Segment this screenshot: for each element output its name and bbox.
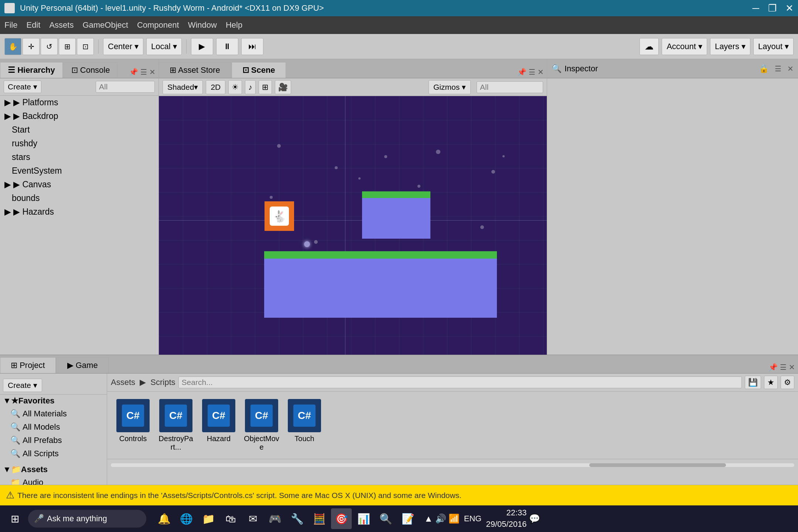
menu-component[interactable]: Component	[137, 20, 179, 30]
file-item-objectmove[interactable]: C# ObjectMove	[243, 399, 280, 451]
taskbar-cortana-button[interactable]: 🔔	[154, 508, 174, 529]
breadcrumb-scripts[interactable]: Scripts	[150, 378, 175, 387]
local-button[interactable]: Local ▾	[146, 38, 182, 55]
scene-pin-icon[interactable]: 📌	[517, 68, 526, 76]
hierarchy-close-icon[interactable]: ✕	[149, 68, 156, 76]
scene-canvas[interactable]: 🐇	[159, 96, 547, 355]
language-badge[interactable]: ENG	[464, 514, 482, 524]
taskbar-explorer-button[interactable]: 📁	[198, 508, 219, 529]
pause-button[interactable]: ⏸	[216, 38, 238, 55]
inspector-lock-button[interactable]: 🔒	[759, 64, 769, 74]
inspector-menu-icon[interactable]: ☰	[775, 64, 781, 73]
move-tool-button[interactable]: ✛	[23, 38, 40, 55]
taskbar-steam-button[interactable]: 🎮	[265, 508, 285, 529]
tree-item-all-scripts[interactable]: 🔍 All Scripts	[0, 447, 107, 460]
cloud-button[interactable]: ☁	[640, 38, 659, 55]
tray-volume-icon[interactable]: 🔊	[435, 514, 446, 524]
rotate-tool-button[interactable]: ↺	[41, 38, 58, 55]
taskbar-word-button[interactable]: 📝	[398, 508, 418, 529]
step-button[interactable]: ⏭	[241, 38, 263, 55]
gizmos-button[interactable]: Gizmos ▾	[429, 80, 471, 94]
file-item-controls[interactable]: C# Controls	[115, 399, 151, 451]
play-button[interactable]: ▶	[191, 38, 213, 55]
project-create-button[interactable]: Create ▾	[3, 379, 42, 392]
account-button[interactable]: Account ▾	[662, 38, 707, 55]
shading-mode-button[interactable]: Shaded ▾	[163, 80, 203, 94]
hierarchy-item-platforms[interactable]: ▶ ▶ Platforms	[0, 96, 158, 109]
layout-button[interactable]: Layout ▾	[753, 38, 794, 55]
hand-tool-button[interactable]: ✋	[4, 38, 21, 55]
tab-console[interactable]: ⊡ Console	[64, 62, 118, 78]
file-star-button[interactable]: ★	[764, 376, 778, 389]
tree-item-all-prefabs[interactable]: 🔍 All Prefabs	[0, 434, 107, 447]
scale-tool-button[interactable]: ⊞	[59, 38, 76, 55]
maximize-button[interactable]: ❐	[768, 3, 777, 14]
scene-effects-button[interactable]: ⊞	[259, 80, 272, 94]
project-menu-icon[interactable]: ☰	[780, 363, 787, 372]
taskbar-edge-button[interactable]: 🌐	[176, 508, 197, 529]
scene-close-icon[interactable]: ✕	[538, 68, 544, 76]
tray-notification-icon[interactable]: 💬	[529, 514, 540, 524]
file-item-touch[interactable]: C# Touch	[286, 399, 323, 451]
menu-gameobject[interactable]: GameObject	[82, 20, 128, 30]
hierarchy-item-eventsystem[interactable]: EventSystem	[0, 164, 158, 178]
project-pin-icon[interactable]: 📌	[768, 363, 778, 372]
breadcrumb-assets[interactable]: Assets	[111, 378, 135, 387]
scene-audio-button[interactable]: ♪	[245, 80, 256, 94]
inspector-close-icon[interactable]: ✕	[787, 64, 794, 73]
hierarchy-item-start[interactable]: Start	[0, 123, 158, 137]
taskbar-app2-button[interactable]: 🔧	[287, 508, 307, 529]
2d-mode-button[interactable]: 2D	[206, 80, 225, 94]
taskbar-calc-button[interactable]: 🧮	[309, 508, 330, 529]
menu-edit[interactable]: Edit	[26, 20, 40, 30]
project-close-icon[interactable]: ✕	[789, 363, 795, 372]
player-character[interactable]: 🐇	[265, 201, 294, 231]
hierarchy-search-input[interactable]	[96, 81, 155, 93]
hierarchy-pin-icon[interactable]: 📌	[129, 68, 138, 76]
hierarchy-item-hazards[interactable]: ▶ ▶ Hazards	[0, 205, 158, 219]
tab-scene[interactable]: ⊡ Scene	[232, 62, 286, 78]
tab-game[interactable]: ▶ Game	[57, 357, 109, 373]
scene-camera-button[interactable]: 🎥	[275, 80, 291, 94]
scene-menu-icon[interactable]: ☰	[529, 68, 535, 76]
file-gear-button[interactable]: ⚙	[781, 376, 794, 389]
center-button[interactable]: Center ▾	[103, 38, 143, 55]
minimize-button[interactable]: ─	[753, 3, 759, 14]
hierarchy-create-button[interactable]: Create ▾	[4, 81, 41, 93]
hierarchy-item-rushdy[interactable]: rushdy	[0, 137, 158, 150]
tab-project[interactable]: ⊞ Project	[0, 357, 56, 373]
tab-hierarchy[interactable]: ☰ Hierarchy	[0, 62, 63, 78]
tab-asset-store[interactable]: ⊞ Asset Store	[159, 62, 231, 78]
taskbar-email-button[interactable]: ✉	[242, 508, 263, 529]
taskbar-excel-button[interactable]: 📊	[353, 508, 374, 529]
file-scrollbar-thumb[interactable]	[589, 463, 726, 467]
menu-help[interactable]: Help	[226, 20, 242, 30]
hierarchy-item-stars[interactable]: stars	[0, 150, 158, 164]
tray-network-icon[interactable]: 📶	[449, 514, 460, 524]
file-search-input[interactable]	[178, 376, 742, 388]
menu-window[interactable]: Window	[188, 20, 217, 30]
taskbar-unity-button[interactable]: 🎯	[331, 508, 352, 529]
menu-assets[interactable]: Assets	[49, 20, 74, 30]
layers-button[interactable]: Layers ▾	[710, 38, 750, 55]
hierarchy-item-backdrop[interactable]: ▶ ▶ Backdrop	[0, 109, 158, 123]
tree-item-all-models[interactable]: 🔍 All Models	[0, 420, 107, 434]
menu-file[interactable]: File	[4, 20, 17, 30]
hierarchy-item-bounds[interactable]: bounds	[0, 191, 158, 205]
file-item-hazard[interactable]: C# Hazard	[200, 399, 237, 451]
file-scrollbar-track[interactable]	[111, 463, 794, 467]
hierarchy-item-canvas[interactable]: ▶ ▶ Canvas	[0, 178, 158, 191]
scene-search-input[interactable]	[477, 81, 543, 93]
taskbar-search-bar[interactable]: 🎤 Ask me anything	[28, 510, 146, 528]
tray-chevron-icon[interactable]: ▲	[424, 514, 433, 524]
start-button[interactable]: ⊞	[4, 508, 25, 529]
close-button[interactable]: ✕	[785, 3, 794, 14]
scene-lighting-button[interactable]: ☀	[228, 80, 242, 94]
taskbar-store-button[interactable]: 🛍	[220, 508, 241, 529]
file-save-button[interactable]: 💾	[745, 376, 761, 389]
hierarchy-menu-icon[interactable]: ☰	[140, 68, 147, 76]
file-item-destroypart[interactable]: C# DestroyPart...	[157, 399, 194, 451]
rect-tool-button[interactable]: ⊡	[77, 38, 94, 55]
taskbar-search2-button[interactable]: 🔍	[375, 508, 396, 529]
tree-item-all-materials[interactable]: 🔍 All Materials	[0, 407, 107, 420]
